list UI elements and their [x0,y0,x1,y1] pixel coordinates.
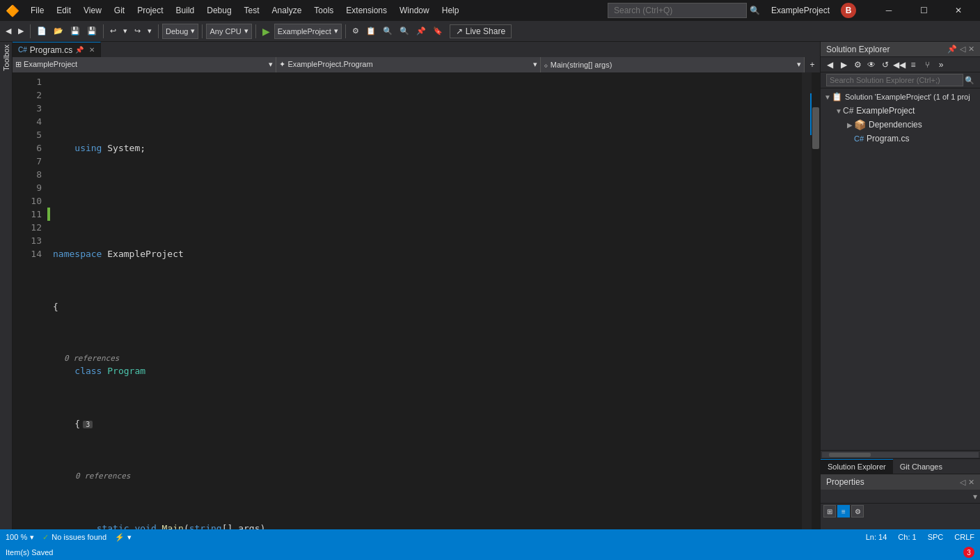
separator-1 [30,24,31,38]
se-show-all-btn[interactable]: 👁 [865,59,878,71]
dependencies-expand-icon[interactable]: ▶ [846,120,854,129]
new-file-button[interactable]: 📄 [34,23,49,40]
se-auto-hide-icon[interactable]: ◁ [960,45,965,54]
props-alphabetical-btn[interactable]: ≡ [837,505,850,518]
se-forward-btn[interactable]: ▶ [837,59,850,71]
close-button[interactable]: ✕ [942,0,974,21]
status-right: Ln: 14 Ch: 1 SPC CRLF [866,533,974,541]
close-tab-button[interactable]: ✕ [89,46,95,54]
props-close-icon[interactable]: ✕ [968,478,974,487]
open-file-button[interactable]: 📂 [51,23,66,40]
programcs-label: Program.cs [867,134,909,143]
menu-file[interactable]: File [25,4,49,17]
error-nav[interactable]: ⚡ ▾ [115,533,132,542]
tab-git-changes[interactable]: Git Changes [893,459,949,474]
platform-dropdown[interactable]: Any CPU ▾ [206,24,251,39]
se-search-input[interactable] [826,74,963,86]
menu-build[interactable]: Build [171,4,200,17]
ln-label: Ln: 14 [866,533,887,541]
menu-view[interactable]: View [78,4,107,17]
editor-vscroll[interactable] [812,72,820,529]
se-hscroll-thumb[interactable] [829,453,871,457]
tree-solution[interactable]: ▼ 📋 Solution 'ExampleProject' (1 of 1 pr… [821,90,980,104]
code-editor: 1 2 3 4 5 6 7 8 9 10 11 12 13 14 [13,72,820,529]
run-button[interactable]: ▶ [260,26,273,37]
se-more-btn[interactable]: » [935,59,947,71]
back-button[interactable]: ◀ [3,23,14,40]
code-line-5-group: 0 references class Program [53,353,802,378]
user-avatar[interactable]: B [841,3,856,18]
method-dropdown[interactable]: ⬦ Main(string[] args) ▾ [541,57,805,72]
menu-debug[interactable]: Debug [201,4,237,17]
toolbar-btn-extra-5[interactable]: 📌 [413,23,429,40]
tree-project[interactable]: ▼ C# ExampleProject [821,104,980,118]
status-bar: 100 % ▾ ✓ No issues found ⚡ ▾ Ln: 14 Ch:… [0,529,980,545]
menu-test[interactable]: Test [239,4,265,17]
debug-config-dropdown[interactable]: Debug ▾ [162,24,198,39]
code-line-4: { [53,300,802,313]
code-content[interactable]: using System; namespace ExampleProject {… [47,72,802,529]
props-type-dropdown[interactable]: ▾ [821,490,980,504]
line-numbers: 1 2 3 4 5 6 7 8 9 10 11 12 13 14 [13,72,47,529]
live-share-button[interactable]: ↗ Live Share [450,24,512,38]
active-editor-tab[interactable]: C# Program.cs 📌 ✕ [13,42,101,57]
menu-help[interactable]: Help [436,4,465,17]
toolbar-btn-extra-4[interactable]: 🔍 [397,23,412,40]
tree-programcs[interactable]: ▶ C# Program.cs [821,132,980,146]
run-project-dropdown[interactable]: ExampleProject ▾ [274,24,342,39]
props-categorized-btn[interactable]: ⊞ [823,505,836,518]
solution-expand-icon[interactable]: ▼ [823,93,832,101]
se-git-btn[interactable]: ⑂ [921,59,933,71]
menu-extensions[interactable]: Extensions [340,4,393,17]
se-collapse-btn[interactable]: ◀◀ [893,59,906,71]
menu-analyze[interactable]: Analyze [267,4,308,17]
forward-button[interactable]: ▶ [15,23,26,40]
se-refresh-btn[interactable]: ↺ [879,59,892,71]
save-all-button[interactable]: 💾 [84,23,100,40]
toolbar-btn-extra-3[interactable]: 🔍 [380,23,395,40]
zoom-status[interactable]: 100 % ▾ [6,533,34,542]
notification-badge[interactable]: 3 [963,547,974,558]
properties-panel: Properties ◁ ✕ ▾ ⊞ ≡ ⚙ [821,474,980,529]
se-pin-icon[interactable]: 📌 [947,45,957,54]
tree-dependencies[interactable]: ▶ 📦 Dependencies [821,118,980,132]
toolbar-btn-extra-1[interactable]: ⚙ [349,23,362,40]
method-chevron: ▾ [797,60,801,69]
se-properties-btn[interactable]: ⚙ [851,59,864,71]
nav-add-button[interactable]: + [805,57,820,72]
se-back-btn[interactable]: ◀ [823,59,836,71]
main-layout: Toolbox C# Program.cs 📌 ✕ ⊞ ExampleProje… [0,42,980,529]
namespace-dropdown[interactable]: ⊞ ExampleProject ▾ [13,57,276,72]
class-dropdown[interactable]: ✦ ExampleProject.Program ▾ [276,57,540,72]
props-auto-hide-icon[interactable]: ◁ [960,478,965,487]
se-scrollbar[interactable] [821,450,980,458]
redo-button[interactable]: ↪ [132,23,143,40]
menu-window[interactable]: Window [394,4,435,17]
menu-git[interactable]: Git [109,4,130,17]
toolbox-label[interactable]: Toolbox [2,45,10,71]
menu-project[interactable]: Project [132,4,168,17]
global-search-input[interactable] [608,3,747,18]
issues-status[interactable]: ✓ No issues found [42,533,106,542]
se-close-icon[interactable]: ✕ [968,45,974,54]
issues-label: No issues found [52,533,106,541]
maximize-button[interactable]: ☐ [908,0,940,21]
toolbox-bar: Toolbox [0,42,13,529]
project-expand-icon[interactable]: ▼ [835,107,843,115]
tab-solution-explorer[interactable]: Solution Explorer [821,459,893,474]
minimize-button[interactable]: ─ [873,0,905,21]
cs-file-icon: C# [18,46,27,54]
props-properties-btn[interactable]: ⚙ [851,505,864,518]
vscroll-thumb[interactable] [812,107,819,149]
pin-icon: 📌 [75,46,84,54]
menu-tools[interactable]: Tools [308,4,339,17]
project-icon: C# [843,106,853,116]
save-button[interactable]: 💾 [68,23,83,40]
undo-button[interactable]: ↩ [107,23,119,40]
toolbar-btn-extra-2[interactable]: 📋 [363,23,379,40]
se-filter-btn[interactable]: ≡ [907,59,919,71]
redo-dropdown[interactable]: ▾ [145,23,155,40]
undo-dropdown[interactable]: ▾ [120,23,130,40]
menu-edit[interactable]: Edit [51,4,77,17]
toolbar-btn-extra-6[interactable]: 🔖 [430,23,445,40]
